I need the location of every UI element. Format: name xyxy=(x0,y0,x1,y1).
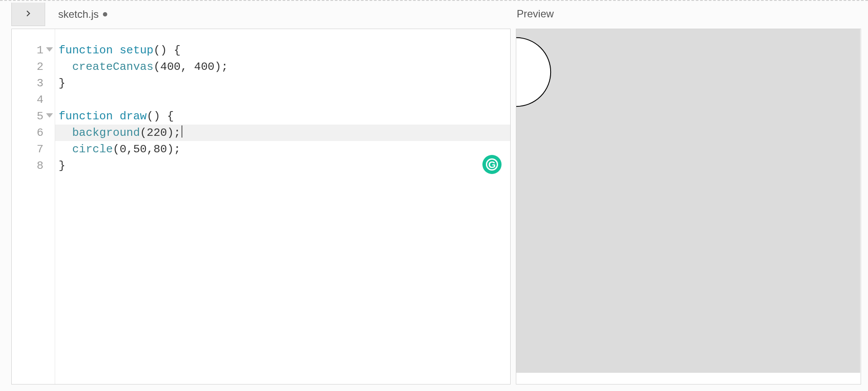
unsaved-indicator-icon xyxy=(103,12,107,16)
code-line[interactable]: background(220); xyxy=(55,125,510,141)
grammarly-icon: G xyxy=(486,158,498,171)
code-line[interactable]: function draw() { xyxy=(55,108,510,125)
line-number: 5 xyxy=(12,108,55,125)
line-number-gutter: 12345678 xyxy=(12,29,55,384)
preview-pane-title: Preview xyxy=(517,8,554,20)
file-tab[interactable]: sketch.js xyxy=(45,3,107,26)
svg-rect-0 xyxy=(516,29,860,373)
text-cursor xyxy=(182,125,182,138)
code-line[interactable]: circle(0,50,80); xyxy=(55,141,510,158)
sketch-canvas xyxy=(516,29,860,373)
preview-pane xyxy=(516,29,861,384)
code-line[interactable]: function setup() { xyxy=(55,42,510,59)
code-line[interactable]: createCanvas(400, 400); xyxy=(55,59,510,75)
line-number: 7 xyxy=(12,141,55,158)
sidebar-toggle-button[interactable] xyxy=(11,3,45,26)
line-number: 6 xyxy=(12,125,55,141)
line-number: 3 xyxy=(12,75,55,92)
fold-arrow-icon[interactable] xyxy=(46,47,53,52)
line-number: 8 xyxy=(12,158,55,174)
grammarly-button[interactable]: G xyxy=(482,155,502,174)
line-number: 1 xyxy=(12,42,55,59)
code-line[interactable] xyxy=(55,92,510,108)
line-number: 2 xyxy=(12,59,55,75)
code-line[interactable]: } xyxy=(55,158,510,174)
line-number: 4 xyxy=(12,92,55,108)
code-line[interactable]: } xyxy=(55,75,510,92)
code-area[interactable]: function setup() { createCanvas(400, 400… xyxy=(55,29,510,384)
file-name: sketch.js xyxy=(58,8,99,20)
fold-arrow-icon[interactable] xyxy=(46,113,53,118)
panes: 12345678 function setup() { createCanvas… xyxy=(0,29,868,384)
code-editor[interactable]: 12345678 function setup() { createCanvas… xyxy=(11,29,511,384)
app-root: sketch.js Preview 12345678 function setu… xyxy=(0,0,868,384)
editor-header: sketch.js Preview xyxy=(0,3,868,26)
chevron-right-icon xyxy=(24,10,32,19)
